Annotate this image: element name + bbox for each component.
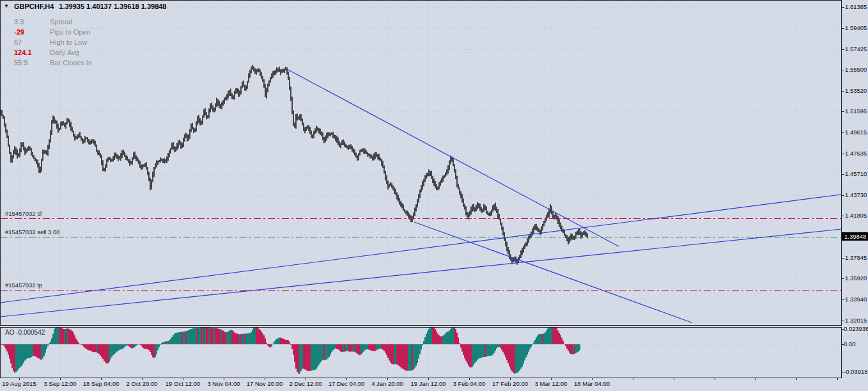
price-tick-label: 1.41805 — [845, 212, 867, 219]
time-tick-label: 2 Dec 12:00 — [289, 380, 322, 387]
info-row-high-to-low: 67 High to Low — [0, 37, 166, 47]
indicator-name-value: AO -0.000542 — [5, 329, 45, 336]
price-tick-label: 1.53520 — [845, 87, 867, 94]
info-row-bar-closes-in: 55:9 Bar Closes In — [0, 58, 166, 68]
time-tick-label: 3 Feb 04:00 — [453, 380, 486, 387]
time-tick-label: 19 Aug 2015 — [2, 380, 36, 387]
spread-label: Spread — [50, 17, 72, 27]
candles-layer — [1, 65, 587, 265]
trendline-1[interactable] — [286, 68, 619, 246]
price-tick-label: 1.45710 — [845, 170, 867, 177]
price-tick-label: 1.51595 — [845, 108, 867, 115]
time-tick-label: 18 Mar 04:00 — [574, 380, 610, 387]
price-tick-label: 1.61385 — [845, 3, 867, 10]
time-tick-label: 3 Nov 04:00 — [207, 380, 240, 387]
info-row-daily-avg: 124.1 Daily Avg — [0, 47, 166, 58]
pips-to-open-value: -29 — [14, 27, 24, 37]
time-tick-label: 2 Oct 20:00 — [126, 380, 157, 387]
symbol-header: ▼ GBPCHF,H4 1.39935 1.40137 1.39618 1.39… — [4, 3, 166, 10]
symbol-title: GBPCHF,H4 — [14, 3, 54, 10]
indicator-tick-label: 0.00 — [844, 340, 856, 347]
symbol-ohlc: 1.39935 1.40137 1.39618 1.39848 — [59, 3, 166, 10]
price-tick-label: 1.35920 — [845, 275, 867, 282]
time-tick-label: 3 Sep 12:00 — [43, 380, 76, 387]
current-price-badge: 1.39848 — [842, 232, 868, 241]
order-tp-label[interactable]: #15457032 tp — [5, 282, 42, 289]
high-to-low-label: High to Low — [50, 37, 87, 47]
pips-to-open-label: Pips to Open — [50, 27, 91, 37]
ao-histogram-layer — [1, 328, 580, 374]
daily-avg-label: Daily Avg — [50, 47, 79, 58]
price-tick-label: 1.33940 — [845, 296, 867, 303]
order-sl-label[interactable]: #15457032 sl — [5, 210, 42, 217]
time-tick-label: 17 Feb 20:00 — [492, 380, 528, 387]
mt4-chart-window: ▼ GBPCHF,H4 1.39935 1.40137 1.39618 1.39… — [0, 0, 868, 391]
price-tick-label: 1.37845 — [845, 254, 867, 261]
indicator-tick-label: 0.023936 — [844, 325, 868, 332]
market-info-panel: 3.3 Spread -29 Pips to Open 67 High to L… — [0, 17, 166, 68]
time-tick-label: 19 Oct 12:00 — [166, 380, 200, 387]
time-tick-label: 19 Jan 12:00 — [411, 380, 446, 387]
time-tick-label: 17 Nov 20:00 — [247, 380, 283, 387]
price-tick-label: 1.59405 — [845, 24, 867, 31]
price-tick-label: 1.49615 — [845, 129, 867, 136]
bar-closes-in-value: 55:9 — [14, 58, 27, 68]
price-tick-label: 1.57425 — [845, 45, 867, 52]
price-tick-label: 1.32015 — [845, 317, 867, 324]
indicator-tick-label: -0.03918 — [844, 368, 868, 375]
time-tick-label: 4 Jan 20:00 — [371, 380, 403, 387]
order-sell-label[interactable]: #15457032 sell 3.00 — [5, 228, 60, 235]
high-to-low-value: 67 — [14, 37, 22, 47]
daily-avg-value: 124.1 — [14, 47, 32, 58]
time-tick-label: 18 Sep 04:00 — [83, 380, 120, 387]
info-row-spread: 3.3 Spread — [0, 17, 166, 27]
info-row-pips-to-open: -29 Pips to Open — [0, 27, 166, 37]
collapse-info-icon[interactable]: ▼ — [4, 3, 9, 10]
spread-value: 3.3 — [14, 17, 24, 27]
time-tick-label: 3 Mar 12:00 — [535, 380, 568, 387]
price-tick-label: 1.43730 — [845, 191, 867, 198]
time-tick-label: 17 Dec 04:00 — [329, 380, 365, 387]
price-tick-label: 1.55500 — [845, 66, 867, 73]
bar-closes-in-label: Bar Closes In — [50, 58, 92, 68]
price-tick-label: 1.47635 — [845, 150, 867, 157]
